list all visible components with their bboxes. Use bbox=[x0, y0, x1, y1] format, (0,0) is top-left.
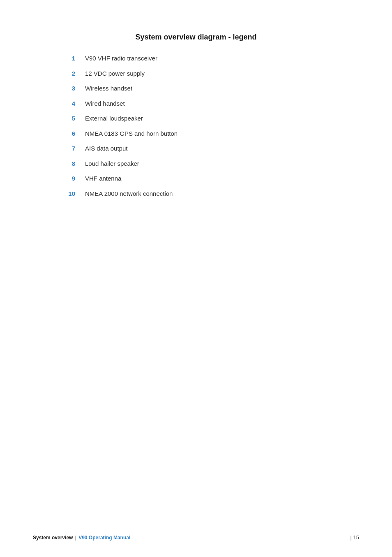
legend-text: NMEA 2000 network connection bbox=[85, 189, 173, 199]
legend-number: 10 bbox=[52, 190, 85, 197]
list-item: 7AIS data output bbox=[52, 144, 340, 153]
legend-text: Wireless handset bbox=[85, 84, 132, 93]
footer-page: | 15 bbox=[350, 534, 359, 541]
legend-text: Wired handset bbox=[85, 99, 125, 109]
legend-number: 9 bbox=[52, 175, 85, 182]
legend-list: 1V90 VHF radio transceiver212 VDC power … bbox=[52, 54, 340, 198]
page: System overview diagram - legend 1V90 VH… bbox=[0, 0, 392, 557]
list-item: 1V90 VHF radio transceiver bbox=[52, 54, 340, 63]
legend-text: Loud hailer speaker bbox=[85, 159, 139, 169]
list-item: 6NMEA 0183 GPS and horn button bbox=[52, 129, 340, 139]
list-item: 10NMEA 2000 network connection bbox=[52, 189, 340, 199]
legend-number: 4 bbox=[52, 100, 85, 107]
legend-number: 2 bbox=[52, 70, 85, 77]
legend-text: AIS data output bbox=[85, 144, 127, 153]
legend-number: 3 bbox=[52, 85, 85, 92]
footer-manual: V90 Operating Manual bbox=[78, 535, 130, 541]
footer: System overview | V90 Operating Manual |… bbox=[0, 534, 392, 541]
footer-inner: System overview | V90 Operating Manual |… bbox=[33, 534, 359, 541]
legend-number: 1 bbox=[52, 55, 85, 62]
legend-number: 8 bbox=[52, 160, 85, 167]
list-item: 4Wired handset bbox=[52, 99, 340, 109]
list-item: 8Loud hailer speaker bbox=[52, 159, 340, 169]
legend-text: VHF antenna bbox=[85, 174, 121, 183]
legend-text: NMEA 0183 GPS and horn button bbox=[85, 129, 178, 139]
list-item: 212 VDC power supply bbox=[52, 69, 340, 79]
legend-number: 5 bbox=[52, 115, 85, 122]
list-item: 3Wireless handset bbox=[52, 84, 340, 93]
list-item: 9VHF antenna bbox=[52, 174, 340, 183]
footer-separator: | bbox=[74, 535, 78, 541]
legend-number: 6 bbox=[52, 130, 85, 137]
page-title: System overview diagram - legend bbox=[52, 33, 340, 42]
content-area: System overview diagram - legend 1V90 VH… bbox=[52, 25, 340, 198]
footer-section: System overview bbox=[33, 535, 73, 541]
list-item: 5External loudspeaker bbox=[52, 114, 340, 123]
legend-text: 12 VDC power supply bbox=[85, 69, 145, 79]
legend-text: V90 VHF radio transceiver bbox=[85, 54, 157, 63]
legend-number: 7 bbox=[52, 145, 85, 152]
legend-text: External loudspeaker bbox=[85, 114, 143, 123]
